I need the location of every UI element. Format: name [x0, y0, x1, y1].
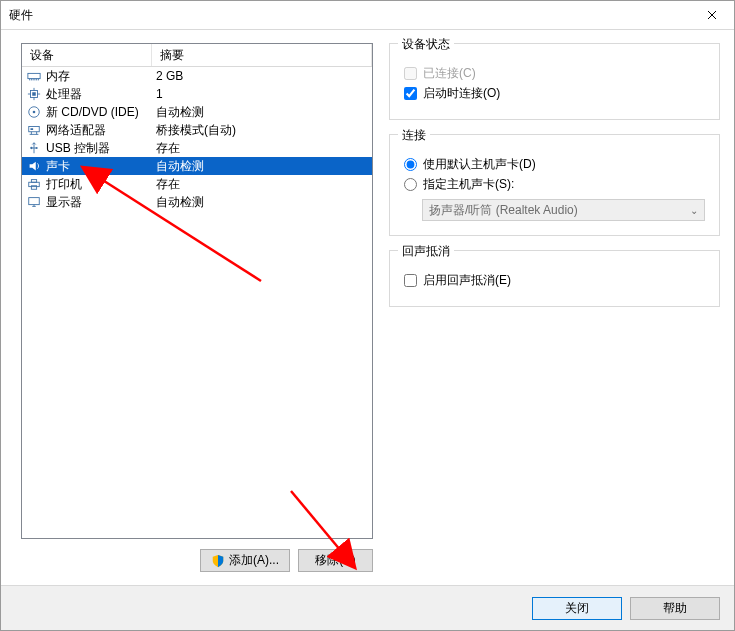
connected-label: 已连接(C): [423, 65, 476, 82]
svg-point-4: [33, 111, 36, 114]
chevron-down-icon: ⌄: [690, 205, 698, 216]
device-summary: 自动检测: [152, 157, 372, 175]
enable-echo-label: 启用回声抵消(E): [423, 272, 511, 289]
device-summary: 1: [152, 85, 372, 103]
device-name: 处理器: [46, 86, 82, 103]
printer-icon: [26, 176, 42, 192]
close-icon[interactable]: [690, 1, 734, 29]
device-row[interactable]: 打印机 存在: [22, 175, 372, 193]
svg-rect-2: [32, 92, 36, 96]
close-button[interactable]: 关闭: [532, 597, 622, 620]
svg-rect-10: [31, 180, 36, 183]
svg-point-7: [30, 147, 32, 149]
svg-rect-5: [29, 127, 40, 132]
device-row[interactable]: 新 CD/DVD (IDE) 自动检测: [22, 103, 372, 121]
device-name: 网络适配器: [46, 122, 106, 139]
memory-icon: [26, 68, 42, 84]
enable-echo-checkbox[interactable]: 启用回声抵消(E): [404, 272, 705, 289]
column-header-summary[interactable]: 摘要: [152, 44, 372, 66]
connection-group: 连接 使用默认主机声卡(D) 指定主机声卡(S): 扬声器/听筒 (Realte…: [389, 134, 720, 236]
cpu-icon: [26, 86, 42, 102]
device-row[interactable]: 处理器 1: [22, 85, 372, 103]
shield-icon: [211, 554, 225, 568]
remove-button[interactable]: 移除(R): [298, 549, 373, 572]
column-header-device[interactable]: 设备: [22, 44, 152, 66]
connect-on-start-label: 启动时连接(O): [423, 85, 500, 102]
device-name: 显示器: [46, 194, 82, 211]
usb-icon: [26, 140, 42, 156]
network-icon: [26, 122, 42, 138]
device-summary: 桥接模式(自动): [152, 121, 372, 139]
svg-rect-12: [29, 198, 40, 205]
connection-legend: 连接: [398, 127, 430, 144]
device-name: 声卡: [46, 158, 70, 175]
device-name: 打印机: [46, 176, 82, 193]
sound-icon: [26, 158, 42, 174]
device-summary: 2 GB: [152, 67, 372, 85]
specify-label: 指定主机声卡(S):: [423, 176, 514, 193]
device-row[interactable]: 网络适配器 桥接模式(自动): [22, 121, 372, 139]
echo-cancel-group: 回声抵消 启用回声抵消(E): [389, 250, 720, 307]
device-row[interactable]: 声卡 自动检测: [22, 157, 372, 175]
window-title: 硬件: [9, 7, 33, 24]
echo-cancel-legend: 回声抵消: [398, 243, 454, 260]
device-summary: 存在: [152, 175, 372, 193]
device-summary: 存在: [152, 139, 372, 157]
svg-rect-0: [28, 73, 40, 78]
device-name: USB 控制器: [46, 140, 110, 157]
connected-checkbox: 已连接(C): [404, 65, 705, 82]
device-summary: 自动检测: [152, 193, 372, 211]
specify-radio[interactable]: 指定主机声卡(S):: [404, 176, 705, 193]
device-status-legend: 设备状态: [398, 36, 454, 53]
sound-card-select: 扬声器/听筒 (Realtek Audio) ⌄: [422, 199, 705, 221]
connect-on-start-checkbox[interactable]: 启动时连接(O): [404, 85, 705, 102]
svg-rect-8: [36, 147, 38, 149]
display-icon: [26, 194, 42, 210]
help-button-label: 帮助: [663, 600, 687, 617]
device-list[interactable]: 设备 摘要 内存 2 GB 处理器 1 新 CD/DVD (IDE) 自动检测 …: [21, 43, 373, 539]
remove-button-label: 移除(R): [315, 552, 356, 569]
help-button[interactable]: 帮助: [630, 597, 720, 620]
device-row[interactable]: USB 控制器 存在: [22, 139, 372, 157]
device-row[interactable]: 显示器 自动检测: [22, 193, 372, 211]
close-button-label: 关闭: [565, 600, 589, 617]
svg-rect-6: [31, 128, 34, 130]
add-button[interactable]: 添加(A)...: [200, 549, 290, 572]
use-default-label: 使用默认主机声卡(D): [423, 156, 536, 173]
add-button-label: 添加(A)...: [229, 552, 279, 569]
device-summary: 自动检测: [152, 103, 372, 121]
device-name: 内存: [46, 68, 70, 85]
use-default-radio[interactable]: 使用默认主机声卡(D): [404, 156, 705, 173]
device-name: 新 CD/DVD (IDE): [46, 104, 139, 121]
device-status-group: 设备状态 已连接(C) 启动时连接(O): [389, 43, 720, 120]
cd-icon: [26, 104, 42, 120]
sound-card-value: 扬声器/听筒 (Realtek Audio): [429, 202, 578, 219]
device-row[interactable]: 内存 2 GB: [22, 67, 372, 85]
